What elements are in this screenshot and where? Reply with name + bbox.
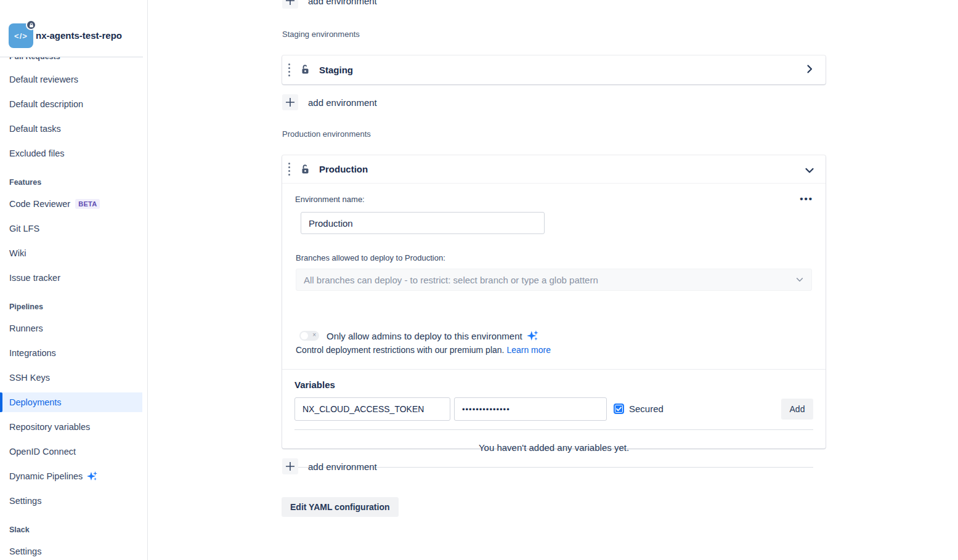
plus-icon — [282, 0, 298, 9]
code-icon: </> — [14, 31, 28, 41]
variables-empty-message: You haven't added any variables yet. — [294, 442, 813, 453]
add-environment-button-production[interactable]: add environment — [282, 458, 377, 475]
more-options-icon[interactable]: ••• — [800, 193, 813, 204]
sidebar-item-openid-connect[interactable]: OpenID Connect — [0, 442, 142, 461]
secured-checkbox[interactable] — [614, 404, 624, 414]
add-environment-button-top[interactable]: add environment — [282, 0, 377, 9]
variable-value-input[interactable] — [454, 397, 607, 421]
plus-icon — [282, 94, 298, 110]
learn-more-link[interactable]: Learn more — [506, 345, 551, 355]
add-variable-button[interactable]: Add — [781, 399, 813, 420]
sidebar-item-default-description[interactable]: Default description — [0, 94, 142, 114]
chevron-down-icon[interactable] — [805, 166, 814, 176]
add-environment-button-staging[interactable]: add environment — [282, 94, 377, 111]
variables-heading: Variables — [294, 379, 335, 390]
deployments-settings-page: Pull Requests Default reviewers Default … — [0, 0, 958, 560]
main-content: add environment Staging environments Sta… — [148, 0, 958, 560]
admins-only-toggle-label: Only allow admins to deploy to this envi… — [327, 331, 522, 341]
sparkle-icon — [526, 329, 540, 343]
sidebar-item-deployments[interactable]: Deployments — [0, 392, 142, 412]
sidebar-item-dynamic-pipelines[interactable]: Dynamic Pipelines — [0, 466, 142, 486]
section-header-slack: Slack — [9, 526, 30, 534]
edit-yaml-configuration-button[interactable]: Edit YAML configuration — [282, 497, 399, 517]
staging-environment-header[interactable]: Staging — [282, 55, 826, 84]
environment-name-input[interactable] — [301, 212, 545, 234]
branches-allowed-label: Branches allowed to deploy to Production… — [296, 253, 445, 262]
production-group-label: Production environments — [282, 129, 371, 139]
secured-label: Secured — [629, 404, 664, 414]
sidebar-item-wiki[interactable]: Wiki — [0, 243, 142, 263]
sidebar-item-slack-settings[interactable]: Settings — [0, 542, 142, 560]
unlock-icon — [299, 64, 311, 75]
production-environment-title: Production — [319, 164, 368, 174]
active-indicator-bar — [0, 392, 2, 412]
premium-plan-note: Control deployment restrictions with our… — [296, 345, 551, 355]
staging-environment-title: Staging — [319, 65, 353, 75]
drag-handle-icon[interactable] — [288, 63, 291, 76]
sidebar-item-pipelines-settings[interactable]: Settings — [0, 491, 142, 511]
private-lock-badge-icon — [26, 20, 36, 30]
production-environment-card: Production Environment name: ••• Branche… — [282, 155, 826, 448]
section-divider — [282, 369, 826, 370]
sidebar-item-code-reviewer[interactable]: Code Reviewer BETA — [0, 194, 142, 214]
sidebar-item-default-reviewers[interactable]: Default reviewers — [0, 70, 142, 89]
plus-icon — [282, 458, 298, 474]
sidebar-item-runners[interactable]: Runners — [0, 319, 142, 338]
variables-divider — [294, 429, 813, 430]
repo-header: </> nx-agents-test-repo — [0, 0, 143, 57]
admins-only-toggle[interactable]: × — [299, 331, 319, 341]
branch-select[interactable]: All branches can deploy - to restrict: s… — [296, 269, 812, 291]
sidebar-item-ssh-keys[interactable]: SSH Keys — [0, 368, 142, 388]
sidebar-item-repository-variables[interactable]: Repository variables — [0, 417, 142, 437]
chevron-down-icon — [795, 275, 804, 284]
repo-name: nx-agents-test-repo — [36, 30, 122, 41]
toggle-off-x-icon: × — [312, 331, 316, 338]
sidebar-item-integrations[interactable]: Integrations — [0, 343, 142, 363]
unlock-icon — [299, 164, 311, 175]
drag-handle-icon[interactable] — [288, 163, 291, 176]
section-header-pipelines: Pipelines — [9, 302, 43, 311]
branch-select-placeholder: All branches can deploy - to restrict: s… — [304, 275, 598, 285]
sparkle-icon — [86, 470, 99, 482]
section-header-features: Features — [9, 178, 41, 187]
environment-name-label: Environment name: — [295, 195, 365, 204]
sidebar-item-git-lfs[interactable]: Git LFS — [0, 219, 142, 238]
production-environment-header[interactable]: Production — [282, 155, 826, 184]
variable-name-input[interactable] — [294, 397, 450, 421]
chevron-right-icon[interactable] — [805, 64, 814, 74]
sidebar-item-issue-tracker[interactable]: Issue tracker — [0, 268, 142, 288]
sidebar-item-excluded-files[interactable]: Excluded files — [0, 144, 142, 163]
staging-environment-card: Staging — [282, 55, 826, 84]
staging-group-label: Staging environments — [282, 30, 360, 39]
beta-badge: BETA — [75, 199, 100, 209]
admins-only-toggle-row: × Only allow admins to deploy to this en… — [299, 329, 540, 343]
sidebar: Pull Requests Default reviewers Default … — [0, 0, 148, 560]
sidebar-item-default-tasks[interactable]: Default tasks — [0, 119, 142, 139]
